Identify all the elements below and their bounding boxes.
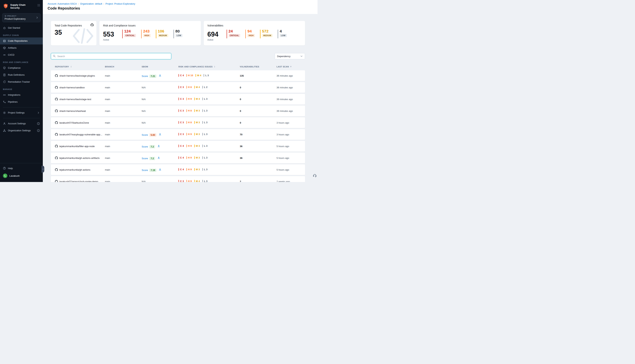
issue-chip-high: H 9 [186,98,192,100]
repo-name: shash-harness/backstage-plugins [59,74,95,77]
sbom-na: N/A [142,86,146,89]
last-scan: 39 minutes ago [277,110,301,112]
branch-name: main [105,74,142,77]
sidebar-item-rule-definitions[interactable]: Rule Definitions [0,72,43,78]
search-input[interactable] [51,53,171,59]
table-row[interactable]: tejakummarikuntla/filler-app-nodemainSco… [51,141,305,152]
github-icon [55,74,58,77]
issue-chip-low: L 3 [204,74,209,77]
sidebar-item-organization-settings[interactable]: Organization Settings [0,127,43,134]
column-label: SBOM [142,66,148,68]
download-sbom-button[interactable] [159,74,162,77]
breadcrumb-separator: › [78,2,79,5]
issue-chip-high: H 9 [186,133,192,136]
issue-chip-low: L 2 [202,86,207,88]
sidebar-item-pipelines[interactable]: Pipelines [0,98,43,106]
repo-name: tejakummarikuntla/gh-actions [59,168,90,171]
github-icon [55,145,58,148]
nav-section-heading: RISK AND COMPLIANCE [0,58,43,64]
table-row[interactable]: shash-harness/backstage-testmainN/AC 3H … [51,94,305,104]
issue-chip-critical: C 3 [178,180,184,182]
chevron-down-icon [300,55,303,58]
sidebar-collapse-handle[interactable] [42,166,44,173]
table-row[interactable]: shash-harness/sandboxmainN/AC 3H 8M 4L 2… [51,82,305,93]
branch-name: main [105,133,142,136]
sidebar-item-code-repositories[interactable]: Code Repositories [0,38,43,44]
download-sbom-button[interactable] [159,133,162,136]
vulns-total-value: 694 [207,31,219,38]
download-sbom-button[interactable] [157,144,160,148]
sbom-score-link[interactable]: Score [142,145,148,148]
sbom-score-link[interactable]: Score [142,75,148,78]
issues-total-value: 553 [103,31,114,38]
issue-chip-low: L 3 [202,109,207,112]
column-header-issues[interactable]: RISK AND COMPLIANCE ISSUES [178,66,240,68]
breadcrumb-separator: › [104,2,104,5]
download-sbom-button[interactable] [157,156,160,159]
table-header: REPOSITORYBRANCHSBOMRISK AND COMPLIANCE … [51,66,305,68]
sidebar-item-cicd[interactable]: CI/CD [0,52,43,58]
breadcrumb-link[interactable]: Account: Automation-SSCA [48,2,77,5]
github-icon [55,156,58,160]
sidebar-item-compliance[interactable]: Compliance [0,64,43,72]
vulnerability-count: 70 [240,133,277,136]
table-row[interactable]: shash-harness/backstage-pluginsmainScore… [51,70,305,81]
sidebar-item-integrations[interactable]: Integrations [0,92,43,98]
download-sbom-button[interactable] [159,168,162,171]
repo-name: lavakush07/easybuggy-vulnerable-app... [59,133,102,136]
severity-count: 572 [262,29,268,33]
sbom-score-link[interactable]: Score [142,134,148,136]
project-scope-label: PROJECT [7,15,17,17]
issue-chip-critical: C 4 [178,74,184,77]
severity-label: LOW [176,34,183,37]
breadcrumb-link[interactable]: Organization: default [80,2,102,5]
breadcrumb-link[interactable]: Project: Product Exploratory [106,2,135,5]
table-row[interactable]: shash-harness/shashwatmainN/AC 3H 8M 3L … [51,106,305,116]
info-icon [37,129,40,132]
vulnerability-count: 0 [240,110,277,112]
chevron-right-icon [37,111,40,114]
sidebar-item-label: Code Repositories [8,40,40,42]
sidebar-item-label: Organization Settings [8,129,35,132]
table-row[interactable]: lavakush07/StarbucksClonemainN/AC 3H 8M … [51,117,305,128]
sidebar-item-project-settings[interactable]: Project Settings [0,109,43,116]
repo-name: tejakummarikuntla/gh-actions-artifacts [59,157,100,160]
summary-cards: Total Code Repositories 35 Risk and Comp… [51,21,305,45]
table-row[interactable]: tejakummarikuntla/gh-actionsmainScore7.1… [51,164,305,175]
resource-center-icon[interactable] [313,173,317,177]
sidebar-item-get-started[interactable]: Get Started [0,24,43,32]
table-row[interactable]: tejakummarikuntla/gh-actions-artifactsma… [51,152,305,163]
sidebar-item-label: Get Started [8,26,40,29]
harness-scs-logo [3,3,9,9]
project-selector[interactable]: PROJECT Product Exploratory [2,13,41,22]
branch-name: main [105,180,142,182]
sbom-score-link[interactable]: Score [142,157,148,160]
table-row[interactable]: lavakush07/argocd-hub-spoke-demomainN/AC… [51,176,305,182]
sidebar-item-remediation-tracker[interactable]: Remediation Tracker [0,78,43,86]
sidebar-item-artifacts[interactable]: Artifacts [0,44,43,52]
main-area: Account: Automation-SSCA›Organization: d… [43,0,318,182]
vulnerability-count: 36 [240,157,277,160]
last-scan: 5 hours ago [277,168,301,171]
sidebar-item-help[interactable]: Help [0,165,43,172]
dependency-filter[interactable]: Dependency [275,53,305,59]
column-header-last_scan[interactable]: LAST SCAN [277,66,301,68]
user-menu[interactable]: L Lavakush [0,172,43,180]
column-header-repository[interactable]: REPOSITORY [55,66,105,68]
sidebar-item-account-settings[interactable]: Account Settings [0,120,43,127]
column-header-branch[interactable]: BRANCH [105,66,142,68]
remediation-tracker-icon [3,80,6,84]
column-header-vulnerabilities[interactable]: VULNERABILITIES [240,66,277,68]
vulns-stats: 24CRITICAL94HIGH572MEDIUM4LOW [227,29,287,38]
issue-chip-low: L 3 [202,133,207,136]
sbom-score-link[interactable]: Score [142,169,148,172]
code-repositories-icon [3,40,6,42]
sidebar-item-label: Remediation Tracker [8,80,40,83]
table-row[interactable]: lavakush07/easybuggy-vulnerable-app...ma… [51,129,305,140]
issue-chip-critical: C 3 [178,98,184,100]
github-icon [91,24,94,26]
repo-name: shash-harness/backstage-test [59,98,91,101]
column-header-sbom[interactable]: SBOM [142,66,178,68]
last-scan: 3 hours ago [277,133,301,136]
module-switcher-icon[interactable] [37,3,40,7]
